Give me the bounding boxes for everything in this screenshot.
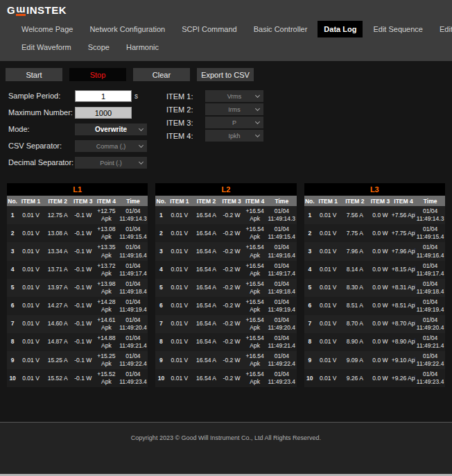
table-cell: 16.54 A (192, 242, 220, 260)
mode-label: Mode: (8, 124, 75, 135)
table-cell: 01/04 11:49:20.4 (415, 315, 445, 333)
table-cell: 16.54 A (192, 369, 220, 387)
stop-button[interactable]: Stop (69, 68, 126, 81)
item-3-select[interactable]: P (205, 117, 263, 128)
table-cell: -0.1 W (72, 351, 95, 369)
sample-period-input[interactable] (75, 90, 132, 102)
mode-select[interactable]: Overwrite (75, 124, 147, 135)
table-cell: -0.1 W (72, 369, 95, 387)
table-cell: +8.15 Apk (392, 261, 416, 279)
table-row: 80.01 V14.87 A-0.1 W+14.88 Apk01/04 11:4… (7, 333, 148, 351)
table-cell: 13.71 A (44, 261, 72, 279)
table-cell: 01/04 11:49:18.4 (119, 279, 148, 297)
table-cell: 0.01 V (315, 369, 341, 387)
table-cell: +13.08 Apk (94, 224, 119, 242)
sample-period-row: Sample Period: s (8, 90, 155, 102)
table-cell: 01/04 11:49:19.4 (119, 297, 148, 315)
table-cell: 0.01 V (18, 369, 44, 387)
table-cell: 3 (304, 242, 315, 260)
maximum-number-input[interactable] (75, 107, 132, 119)
decimal-separator-select[interactable]: Point (.) (75, 157, 147, 169)
table-cell: 8 (7, 333, 18, 351)
nav-item-basic-controller[interactable]: Basic Controller (247, 21, 314, 37)
footer: Copyright 2023 © Good Will Instrument Co… (0, 422, 452, 476)
table-cell: +16.54 Apk (243, 242, 267, 260)
table-row: 40.01 V16.54 A-0.2 W+16.54 Apk01/04 11:4… (155, 261, 296, 279)
table-cell: 0.01 V (167, 315, 193, 333)
item-1-select[interactable]: Vrms (205, 90, 263, 102)
table-cell: 8.70 A (341, 315, 370, 333)
nav-item-edit-sequence[interactable]: Edit Sequence (367, 21, 429, 37)
chevron-down-icon (139, 160, 144, 164)
table-cell: 01/04 11:49:17.4 (267, 261, 297, 279)
table-cell: +16.54 Apk (243, 297, 267, 315)
table-cell: -0.2 W (220, 297, 243, 315)
table-row: 100.01 V15.52 A-0.1 W+15.52 Apk01/04 11:… (7, 369, 148, 387)
table-cell: 01/04 11:49:15.4 (267, 224, 297, 242)
table-title: L1 (7, 183, 148, 196)
table-cell: +7.75 Apk (392, 224, 416, 242)
table-cell: -0.2 W (220, 206, 243, 224)
clear-button[interactable]: Clear (133, 68, 190, 81)
table-cell: 01/04 11:49:15.4 (119, 224, 148, 242)
table-cell: 0.01 V (315, 297, 341, 315)
table-cell: 16.54 A (192, 333, 220, 351)
table-cell: 10 (7, 369, 18, 387)
csv-separator-select[interactable]: Comma (,) (75, 140, 147, 152)
chevron-down-icon (255, 106, 260, 111)
table-cell: 0.01 V (167, 206, 193, 224)
table-cell: 0.01 V (18, 315, 44, 333)
start-button[interactable]: Start (6, 68, 62, 81)
decimal-separator-select-value: Point (.) (100, 160, 122, 167)
table-cell: +15.25 Apk (94, 351, 119, 369)
item-2-select[interactable]: Irms (205, 103, 263, 115)
nav-item-harmonic[interactable]: Harmonic (120, 39, 165, 56)
table-cell: -0.1 W (72, 333, 95, 351)
column-header-item-2: ITEM 2 (341, 196, 370, 206)
settings-left-column: Sample Period: s Maximum Number: Mode: O… (8, 90, 155, 173)
nav-item-edit-simulate[interactable]: Edit Simulate (433, 21, 452, 37)
table-cell: 9 (304, 351, 315, 369)
table-cell: 12.75 A (44, 206, 72, 224)
nav-item-welcome-page[interactable]: Welcome Page (15, 21, 79, 37)
table-cell: 7.75 A (341, 224, 370, 242)
table-cell: 01/04 11:49:22.4 (119, 351, 148, 369)
item-2-select-value: Irms (228, 106, 241, 113)
table-cell: 0.01 V (315, 206, 341, 224)
table-cell: 6 (7, 297, 18, 315)
nav-item-network-configuration[interactable]: Network Configuration (83, 21, 171, 37)
chevron-down-icon (255, 133, 260, 137)
table-row: 30.01 V13.34 A-0.1 W+13.35 Apk01/04 11:4… (7, 242, 148, 260)
table-cell: 14.60 A (44, 315, 72, 333)
table-cell: 0.01 V (18, 333, 44, 351)
nav-item-scope[interactable]: Scope (82, 39, 116, 56)
table-cell: 0.0 W (369, 333, 392, 351)
table-cell: -0.1 W (72, 242, 95, 260)
table-cell: 13.34 A (44, 242, 72, 260)
table-cell: 01/04 11:49:18.4 (267, 279, 297, 297)
table-cell: 01/04 11:49:14.3 (415, 206, 445, 224)
column-header-time: Time (119, 196, 148, 206)
datalog-page: GɯINSTEK Welcome PageNetwork Configurati… (0, 0, 452, 476)
table-cell: -0.2 W (220, 261, 243, 279)
table-cell: 01/04 11:49:17.4 (415, 261, 445, 279)
nav-item-scpi-command[interactable]: SCPI Command (175, 21, 243, 37)
nav-item-edit-waveform[interactable]: Edit Waveform (15, 39, 78, 56)
nav-item-data-log[interactable]: Data Log (318, 21, 363, 37)
table-row: 100.01 V9.26 A0.0 W+9.26 Apk01/04 11:49:… (304, 369, 445, 387)
table-cell: -0.2 W (220, 242, 243, 260)
table-row: 60.01 V14.27 A-0.1 W+14.28 Apk01/04 11:4… (7, 297, 148, 315)
chevron-down-icon (255, 119, 260, 124)
item-4-label: ITEM 4: (166, 132, 205, 140)
table-cell: -0.2 W (220, 333, 243, 351)
item-4-select[interactable]: Ipkh (205, 130, 263, 142)
table-cell: +16.54 Apk (243, 261, 267, 279)
table-cell: +14.88 Apk (94, 333, 119, 351)
column-header-no-: No. (304, 196, 315, 206)
table-cell: +14.28 Apk (94, 297, 119, 315)
table-cell: 01/04 11:49:23.4 (267, 369, 297, 387)
table-cell: 0.0 W (369, 315, 392, 333)
table-cell: 01/04 11:49:22.4 (267, 351, 297, 369)
export-to-csv-button[interactable]: Export to CSV (197, 68, 254, 81)
table-cell: 0.0 W (369, 242, 392, 260)
